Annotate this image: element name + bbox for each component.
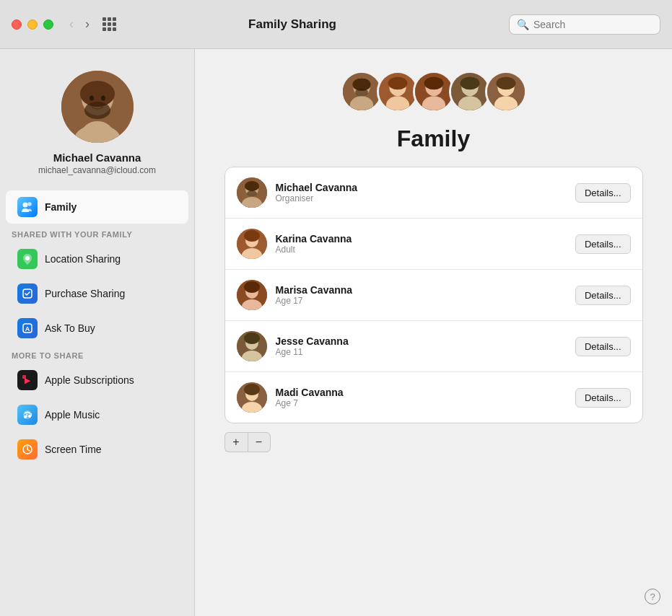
shared-section-label: Shared With Your Family <box>0 224 194 242</box>
close-button[interactable] <box>12 19 22 30</box>
svg-point-29 <box>355 89 368 97</box>
family-avatar-2[interactable] <box>377 71 419 113</box>
content-area: Family Michael Cavanna Organiser <box>195 49 672 616</box>
svg-point-58 <box>244 281 260 293</box>
user-profile: Michael Cavanna michael_cavanna@icloud.c… <box>0 63 194 190</box>
svg-point-45 <box>496 76 515 89</box>
member-name: Michael Cavanna <box>276 182 567 193</box>
member-info-michael: Michael Cavanna Organiser <box>276 182 567 203</box>
svg-point-54 <box>244 230 260 242</box>
sidebar-item-subscriptions[interactable]: ▶ Apple Subscriptions <box>6 364 188 397</box>
user-avatar <box>61 71 134 143</box>
svg-point-66 <box>244 384 260 395</box>
family-avatars <box>341 71 527 113</box>
member-info-jesse: Jesse Cavanna Age 11 <box>276 335 567 357</box>
svg-rect-23 <box>31 413 32 416</box>
user-name: Michael Cavanna <box>53 151 141 164</box>
help-button[interactable]: ? <box>645 589 660 604</box>
svg-point-50 <box>247 190 257 196</box>
details-button-marisa[interactable]: Details... <box>575 286 631 305</box>
family-icon <box>17 197 38 217</box>
more-section-label: More To Share <box>0 346 194 363</box>
titlebar: ‹ › Family Sharing 🔍 <box>0 0 672 49</box>
sidebar-item-location[interactable]: Location Sharing <box>6 242 188 276</box>
member-avatar-madi <box>237 382 267 413</box>
add-remove-bar: + − <box>224 432 271 452</box>
member-role: Adult <box>276 245 567 255</box>
svg-point-62 <box>244 333 260 344</box>
svg-point-49 <box>245 181 259 191</box>
sidebar-label-screentime: Screen Time <box>45 444 102 455</box>
member-name: Karina Cavanna <box>276 233 567 245</box>
svg-text:A: A <box>25 325 30 333</box>
member-role: Organiser <box>276 193 567 203</box>
svg-point-20 <box>24 415 27 418</box>
member-info-karina: Karina Cavanna Adult <box>276 233 567 255</box>
svg-rect-22 <box>27 414 28 417</box>
main-content: Michael Cavanna michael_cavanna@icloud.c… <box>0 49 672 616</box>
sidebar-label-family: Family <box>45 201 77 213</box>
purchase-icon <box>17 283 38 304</box>
member-info-marisa: Marisa Cavanna Age 17 <box>276 284 567 306</box>
family-list: Michael Cavanna Organiser Details... Kar <box>224 167 643 423</box>
member-avatar-karina <box>237 229 267 259</box>
music-icon <box>17 405 38 425</box>
details-button-jesse[interactable]: Details... <box>575 337 631 356</box>
member-role: Age 7 <box>276 398 567 408</box>
remove-member-button[interactable]: − <box>248 432 271 452</box>
member-name: Jesse Cavanna <box>276 335 567 347</box>
sidebar: Michael Cavanna michael_cavanna@icloud.c… <box>0 49 195 616</box>
svg-point-8 <box>101 96 105 101</box>
svg-point-41 <box>460 76 479 89</box>
sidebar-label-subscriptions: Apple Subscriptions <box>45 374 134 386</box>
table-row: Michael Cavanna Organiser Details... <box>225 167 642 219</box>
sidebar-item-music[interactable]: Apple Music <box>6 398 188 431</box>
maximize-button[interactable] <box>43 19 53 30</box>
traffic-lights <box>12 19 53 30</box>
minimize-button[interactable] <box>27 19 38 30</box>
member-avatar-jesse <box>237 331 267 361</box>
section-title: Family <box>397 126 470 152</box>
sidebar-item-screentime[interactable]: Screen Time <box>6 433 188 466</box>
family-avatar-4[interactable] <box>449 71 491 113</box>
details-button-karina[interactable]: Details... <box>575 234 631 254</box>
svg-point-10 <box>27 202 32 206</box>
svg-point-6 <box>84 102 110 119</box>
svg-point-7 <box>90 96 94 101</box>
table-row: Marisa Cavanna Age 17 Details... <box>225 270 642 321</box>
sidebar-item-asktobuy[interactable]: A Ask To Buy <box>6 312 188 345</box>
member-role: Age 17 <box>276 296 567 306</box>
table-row: Jesse Cavanna Age 11 Details... <box>225 321 642 372</box>
family-avatar-5[interactable] <box>485 71 527 113</box>
svg-point-33 <box>388 76 407 89</box>
sidebar-item-purchase[interactable]: Purchase Sharing <box>6 277 188 310</box>
screentime-icon <box>17 439 38 459</box>
member-avatar-marisa <box>237 280 267 310</box>
search-bar[interactable]: 🔍 <box>509 14 660 35</box>
asktobuy-icon: A <box>17 318 38 338</box>
subscriptions-icon: ▶ <box>17 370 38 390</box>
sidebar-label-purchase: Purchase Sharing <box>45 288 125 299</box>
window-title: Family Sharing <box>76 17 509 32</box>
details-button-michael[interactable]: Details... <box>575 183 631 203</box>
add-member-button[interactable]: + <box>224 432 248 452</box>
svg-rect-17 <box>22 375 26 379</box>
svg-point-9 <box>23 203 28 208</box>
location-icon <box>17 249 38 269</box>
sidebar-label-location: Location Sharing <box>45 253 121 265</box>
sidebar-label-asktobuy: Ask To Buy <box>45 322 95 334</box>
svg-point-37 <box>424 76 443 89</box>
member-avatar-michael <box>237 177 267 208</box>
table-row: Madi Cavanna Age 7 Details... <box>225 372 642 423</box>
sidebar-item-family[interactable]: Family <box>6 190 188 224</box>
search-icon: 🔍 <box>517 19 529 30</box>
member-name: Marisa Cavanna <box>276 284 567 296</box>
details-button-madi[interactable]: Details... <box>575 388 631 408</box>
table-row: Karina Cavanna Adult Details... <box>225 219 642 270</box>
search-input[interactable] <box>533 19 653 30</box>
member-name: Madi Cavanna <box>276 387 567 398</box>
sidebar-label-music: Apple Music <box>45 409 100 421</box>
family-avatar-3[interactable] <box>413 71 455 113</box>
family-avatar-1[interactable] <box>341 71 383 113</box>
member-info-madi: Madi Cavanna Age 7 <box>276 387 567 408</box>
